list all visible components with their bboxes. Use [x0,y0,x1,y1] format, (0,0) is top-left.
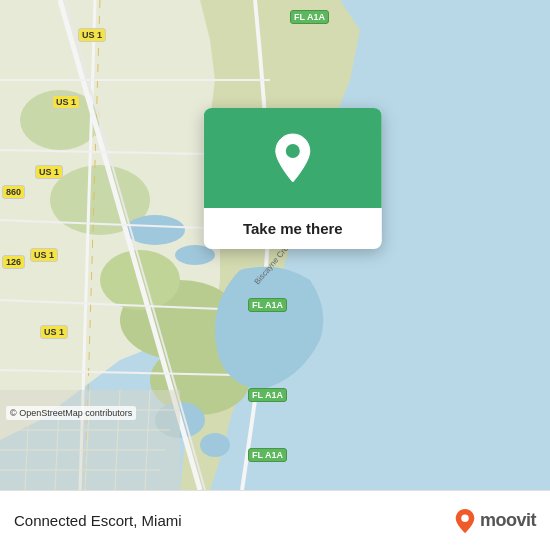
location-pin-icon [272,132,314,184]
us1-label-5: US 1 [40,325,68,339]
us1-label-1: US 1 [78,28,106,42]
map-container: Biscayne Creek US 1 US 1 US 1 US 1 US 1 … [0,0,550,490]
osm-attribution: © OpenStreetMap contributors [6,406,136,420]
fl-a1a-label-3: FL A1A [248,388,287,402]
take-me-there-button[interactable]: Take me there [204,208,382,249]
popup-card: Take me there [204,108,382,249]
moovit-logo: moovit [454,508,536,534]
us1-label-2: US 1 [52,95,80,109]
svg-point-33 [461,514,468,521]
fl-a1a-label-4: FL A1A [248,448,287,462]
moovit-pin-icon [454,508,476,534]
fl-a1a-label-1: FL A1A [290,10,329,24]
moovit-brand-text: moovit [480,510,536,531]
popup-map-preview [204,108,382,208]
us1-label-3: US 1 [35,165,63,179]
location-title: Connected Escort, Miami [14,512,182,529]
us1-label-4: US 1 [30,248,58,262]
126-label: 126 [2,255,25,269]
svg-point-11 [200,433,230,457]
fl-a1a-label-2: FL A1A [248,298,287,312]
bottom-bar: Connected Escort, Miami moovit [0,490,550,550]
860-label: 860 [2,185,25,199]
svg-point-32 [286,144,300,158]
